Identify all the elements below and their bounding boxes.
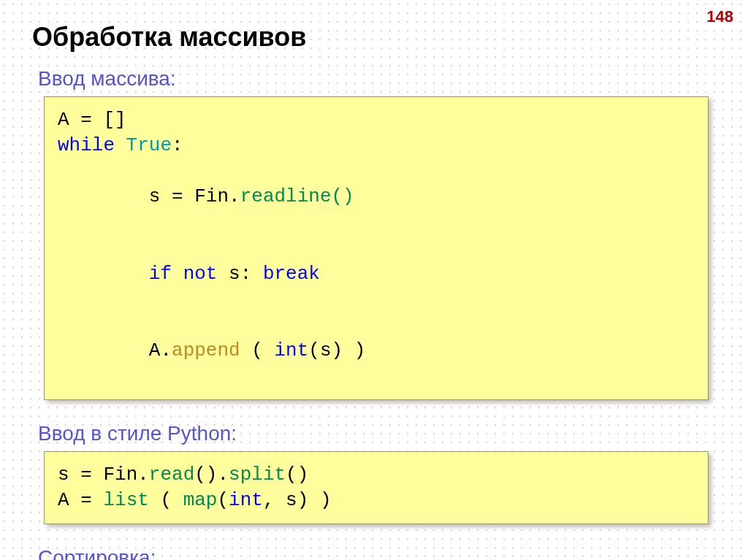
code-text: ( bbox=[217, 489, 229, 511]
code-text: s: bbox=[217, 263, 262, 285]
code-text: = bbox=[160, 185, 194, 207]
code-line: while True: bbox=[58, 133, 695, 158]
code-text: ( bbox=[149, 489, 183, 511]
keyword-while: while bbox=[58, 134, 115, 156]
keyword-if: if bbox=[149, 263, 172, 285]
method-split: split bbox=[229, 464, 286, 486]
code-line: s = Fin.read().split() bbox=[58, 462, 695, 488]
method-readline: readline() bbox=[240, 185, 354, 207]
builtin-int: int bbox=[229, 489, 263, 511]
code-line: s = Fin.readline() bbox=[58, 158, 695, 235]
code-text: [] bbox=[103, 109, 126, 131]
method-read: read bbox=[149, 464, 194, 486]
keyword-true: True bbox=[115, 134, 172, 156]
builtin-int: int bbox=[274, 340, 308, 361]
keyword-not: not bbox=[172, 263, 217, 285]
code-text: A. bbox=[126, 340, 172, 361]
code-block-input-array: A = [] while True: s = Fin.readline() if… bbox=[44, 96, 709, 400]
code-line: A.append ( int(s) ) bbox=[58, 312, 695, 389]
code-text: A bbox=[58, 489, 69, 511]
builtin-map: map bbox=[183, 489, 218, 511]
code-text: = bbox=[69, 489, 104, 511]
code-text: A bbox=[58, 109, 69, 131]
code-block-input-python: s = Fin.read().split() A = list ( map(in… bbox=[44, 451, 709, 524]
method-append: append bbox=[172, 340, 240, 361]
code-text: s bbox=[126, 185, 161, 207]
code-text: Fin. bbox=[103, 464, 148, 486]
code-line: if not s: break bbox=[58, 235, 695, 312]
code-text: , s) ) bbox=[263, 489, 332, 511]
code-text: : bbox=[172, 134, 183, 156]
code-text: = bbox=[69, 464, 104, 486]
code-text: = bbox=[69, 109, 104, 131]
code-line: A = [] bbox=[58, 107, 695, 133]
code-text: () bbox=[286, 464, 308, 486]
code-text: Fin. bbox=[194, 185, 240, 207]
code-line: A = list ( map(int, s) ) bbox=[58, 488, 695, 513]
code-text: (). bbox=[194, 464, 229, 486]
code-text: (s) ) bbox=[308, 340, 365, 361]
keyword-break: break bbox=[263, 263, 320, 285]
section-label-input-python: Ввод в стиле Python: bbox=[38, 422, 719, 445]
section-label-input-array: Ввод массива: bbox=[38, 67, 719, 91]
code-text: ( bbox=[240, 340, 275, 361]
code-text: s bbox=[58, 464, 69, 486]
section-label-sort: Сортировка: bbox=[38, 546, 719, 560]
slide-container: Обработка массивов Ввод массива: A = [] … bbox=[0, 0, 748, 560]
code-text bbox=[126, 263, 149, 285]
page-number: 148 bbox=[706, 7, 733, 26]
builtin-list: list bbox=[103, 489, 148, 511]
page-title: Обработка массивов bbox=[32, 22, 719, 53]
